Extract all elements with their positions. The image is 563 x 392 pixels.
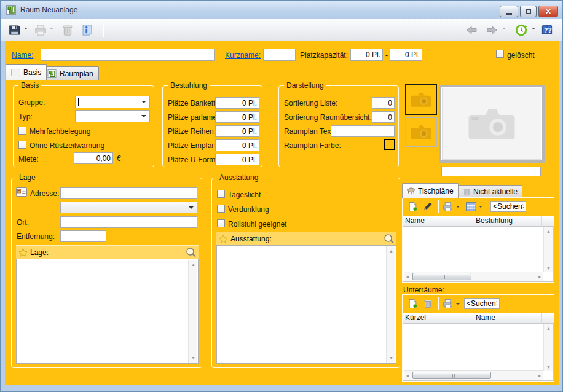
gruppe-combo[interactable] [75, 96, 150, 108]
scroll-down-icon[interactable]: ▼ [189, 356, 198, 360]
adresse-input[interactable] [60, 187, 197, 199]
adresse-zusatz-combo[interactable] [60, 202, 197, 213]
unterraeume-search-input[interactable] [464, 298, 500, 309]
plaetze-bankett-label: Plätze Bankett: [168, 99, 218, 108]
panel-toolbar-separator [438, 297, 438, 310]
back-button[interactable] [464, 22, 480, 39]
tischplan-print-button[interactable] [441, 200, 454, 213]
print-dropdown-arrow[interactable] [50, 28, 53, 31]
unterraum-add-button[interactable] [406, 297, 419, 310]
trash-icon [423, 299, 433, 308]
mehrfachbelegung-checkbox[interactable] [18, 127, 26, 135]
unterraeume-vscrollbar[interactable]: ▲ ▼ [543, 324, 553, 371]
print-dropdown-arrow[interactable] [456, 206, 460, 210]
sortierung-liste-input[interactable] [372, 97, 395, 109]
tischplaene-hscrollbar[interactable]: ◄ ► [404, 272, 543, 281]
scroll-left-icon[interactable]: ◄ [404, 374, 411, 378]
plaetze-reihen-input[interactable] [215, 125, 259, 137]
verdunklung-checkbox[interactable] [217, 205, 225, 213]
typ-combo[interactable] [75, 110, 150, 122]
address-book-button[interactable] [16, 187, 27, 197]
unterraum-print-button[interactable] [441, 297, 454, 310]
unterraeume-table-body[interactable]: ▲ ▼ ◄ ► [403, 324, 554, 381]
history-dropdown-arrow[interactable] [532, 28, 535, 31]
plaetze-empfang-input[interactable] [215, 139, 259, 151]
ausstattung-list[interactable]: ▲ ▼ [216, 245, 396, 364]
scroll-down-icon[interactable]: ▼ [544, 365, 553, 369]
geloescht-checkbox[interactable] [496, 50, 504, 58]
plaetze-parlament-input[interactable] [215, 111, 259, 123]
unterraum-delete-button[interactable] [421, 297, 435, 310]
scroll-right-icon[interactable]: ► [536, 275, 543, 279]
ohne-ruestzeit-checkbox[interactable] [18, 141, 26, 149]
rollstuhl-checkbox[interactable] [217, 219, 225, 227]
scroll-up-icon[interactable]: ▲ [189, 262, 198, 267]
info-button[interactable] [79, 22, 95, 39]
plaetze-uform-input[interactable] [215, 154, 259, 165]
photo-thumbnail-2[interactable] [405, 117, 437, 147]
platzkapazitaet-max-input[interactable] [390, 49, 422, 61]
tab-nicht-aktuelle[interactable]: Nicht aktuelle [458, 185, 522, 198]
print-button[interactable] [33, 22, 49, 39]
name-label: Name: [12, 51, 33, 60]
tischplan-edit-button[interactable] [421, 200, 435, 213]
history-button[interactable] [513, 22, 529, 39]
plaetze-bankett-input[interactable] [215, 97, 259, 109]
scroll-right-icon[interactable]: ► [536, 374, 543, 378]
tischplaene-col-name[interactable]: Name [403, 216, 473, 227]
forward-button[interactable] [484, 22, 500, 39]
unterraeume-col-kuerzel[interactable]: Kürzel [403, 313, 473, 324]
platzkapazitaet-min-input[interactable] [350, 49, 383, 61]
scroll-down-icon[interactable]: ▼ [544, 266, 553, 270]
unterraeume-hscrollbar[interactable]: ◄ ► [404, 370, 543, 380]
chevron-down-icon [141, 115, 146, 120]
lage-search-button[interactable] [186, 247, 197, 258]
ausstattung-list-vscrollbar[interactable]: ▲ ▼ [386, 246, 395, 363]
tischplaene-vscrollbar[interactable]: ▲ ▼ [543, 227, 553, 272]
unterraeume-col-name[interactable]: Name [473, 313, 542, 324]
photo-thumbnail-1[interactable] [405, 84, 437, 115]
raumplan-farbe-swatch[interactable] [384, 139, 395, 150]
entfernung-input[interactable] [60, 230, 106, 242]
app-icon [6, 5, 16, 15]
forward-dropdown-arrow[interactable] [502, 28, 506, 31]
scroll-down-icon[interactable]: ▼ [387, 356, 396, 360]
scroll-up-icon[interactable]: ▲ [544, 326, 553, 331]
tab-tischplaene[interactable]: Tischpläne [402, 183, 459, 198]
maximize-button[interactable] [520, 6, 537, 17]
print-dropdown-arrow[interactable] [456, 303, 460, 307]
hscroll-thumb[interactable] [412, 273, 471, 280]
info-icon [81, 24, 93, 36]
tageslicht-checkbox[interactable] [217, 190, 225, 198]
help-button[interactable]: ?? [539, 22, 555, 39]
scroll-up-icon[interactable]: ▲ [544, 229, 553, 233]
photo-caption-input[interactable] [441, 167, 541, 176]
hscroll-thumb[interactable] [412, 372, 491, 379]
magnifier-icon [384, 233, 395, 245]
tischplaene-search-input[interactable] [490, 201, 526, 212]
tischplaene-col-bestuhlung[interactable]: Bestuhlung [473, 216, 542, 227]
scroll-left-icon[interactable]: ◄ [404, 275, 411, 279]
scroll-up-icon[interactable]: ▲ [387, 249, 396, 253]
delete-button[interactable] [60, 22, 76, 39]
photo-preview[interactable] [439, 85, 545, 163]
lage-list[interactable]: ▲ ▼ [16, 259, 199, 364]
sortierung-raum-input[interactable] [372, 111, 395, 123]
name-input[interactable] [41, 49, 215, 61]
miete-input[interactable] [74, 152, 113, 164]
tab-raumplan[interactable]: Raumplan [42, 66, 99, 80]
tab-basis[interactable]: Basis [6, 64, 47, 80]
view-dropdown-arrow[interactable] [479, 206, 482, 210]
save-dropdown-arrow[interactable] [24, 28, 28, 31]
tischplan-view-button[interactable] [464, 200, 478, 213]
tischplan-add-button[interactable] [406, 200, 419, 213]
raumplan-text-input[interactable] [331, 125, 395, 137]
minimize-button[interactable] [500, 6, 518, 17]
ausstattung-search-button[interactable] [384, 233, 395, 245]
kurzname-input[interactable] [263, 49, 296, 61]
lage-list-vscrollbar[interactable]: ▲ ▼ [188, 260, 197, 363]
close-button[interactable]: ✕ [538, 6, 558, 17]
save-button[interactable] [7, 22, 23, 39]
tischplaene-table-body[interactable]: ▲ ▼ ◄ ► [403, 227, 554, 282]
ort-input[interactable] [60, 216, 197, 228]
